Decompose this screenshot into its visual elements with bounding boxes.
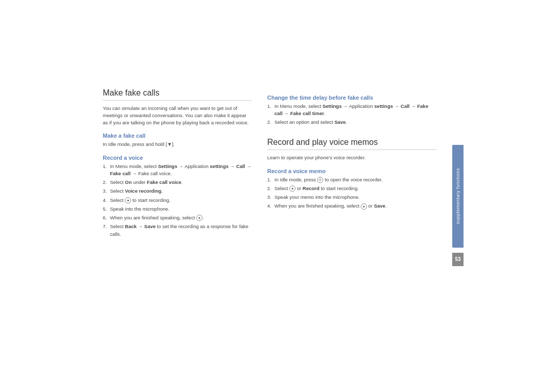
left-column: Make fake calls You can simulate an inco… xyxy=(103,88,252,304)
subsection-make-fake-call: Make a fake call In Idle mode, press and… xyxy=(103,133,252,148)
content-area: Make fake calls You can simulate an inco… xyxy=(103,88,452,304)
page-number: 53 xyxy=(452,253,464,266)
main-title-voice-memos: Record and play voice memos xyxy=(267,138,437,150)
subsection-title-record-memo: Record a voice memo xyxy=(267,168,437,174)
list-item: 2. Select On under Fake call voice. xyxy=(103,179,252,186)
record-icon-2: ● xyxy=(289,185,295,192)
subsection-title-change-delay: Change the time delay before fake calls xyxy=(267,95,437,101)
list-item: 3. Speak your memo into the microphone. xyxy=(267,194,437,201)
main-title-left: Make fake calls xyxy=(103,88,252,101)
list-item: 7. Select Back → Save to set the recordi… xyxy=(103,223,252,238)
stop-icon-2: ● xyxy=(361,203,367,210)
record-icon: ● xyxy=(125,197,131,203)
list-item: 6. When you are finished speaking, selec… xyxy=(103,214,252,221)
stop-icon: ● xyxy=(196,215,202,221)
record-voice-steps: 1. In Menu mode, select Settings → Appli… xyxy=(103,163,252,238)
list-item: 4. Select ● to start recording. xyxy=(103,197,252,204)
change-delay-steps: 1. In Menu mode, select Settings → Appli… xyxy=(267,103,437,126)
sidebar-tab: supplementary functions xyxy=(452,145,464,248)
list-item: 1. In Menu mode, select Settings → Appli… xyxy=(267,103,437,118)
intro-text-right: Learn to operate your phone's voice reco… xyxy=(267,154,437,161)
list-item: 2. Select an option and select Save. xyxy=(267,119,437,126)
subsection-title-2: Record a voice xyxy=(103,155,252,161)
list-item: 3. Select Voice recording. xyxy=(103,188,252,195)
subsection-change-delay: Change the time delay before fake calls … xyxy=(267,95,437,126)
sidebar-tab-label: supplementary functions xyxy=(455,168,460,224)
subsection-title-1: Make a fake call xyxy=(103,133,252,139)
right-column: Change the time delay before fake calls … xyxy=(267,88,437,304)
intro-text-left: You can simulate an incoming call when y… xyxy=(103,105,252,127)
list-item: 1. In Idle mode, press ⊙ to open the voi… xyxy=(267,176,437,183)
voice-recorder-icon: ⊙ xyxy=(317,177,323,183)
list-item: 4. When you are finished speaking, selec… xyxy=(267,202,437,210)
record-memo-steps: 1. In Idle mode, press ⊙ to open the voi… xyxy=(267,176,437,210)
subsection-record-memo: Record a voice memo 1. In Idle mode, pre… xyxy=(267,168,437,210)
list-item: 1. In Menu mode, select Settings → Appli… xyxy=(103,163,252,178)
subsection1-body: In Idle mode, press and hold [▼]. xyxy=(103,141,252,148)
page-container: Make fake calls You can simulate an inco… xyxy=(0,0,555,392)
list-item: 5. Speak into the microphone. xyxy=(103,206,252,213)
subsection-record-voice: Record a voice 1. In Menu mode, select S… xyxy=(103,155,252,238)
list-item: 2. Select ● or Record to start recording… xyxy=(267,185,437,192)
